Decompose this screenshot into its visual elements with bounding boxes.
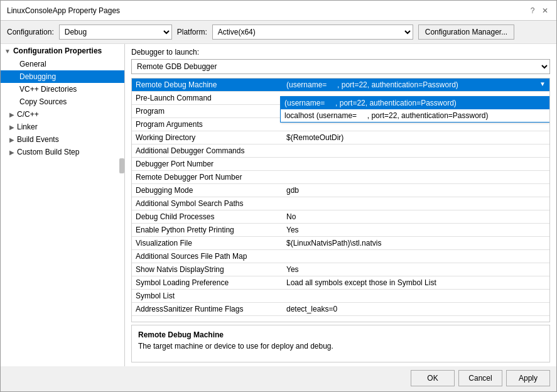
prop-row-python-printing[interactable]: Enable Python Pretty Printing Yes (132, 224, 549, 237)
platform-select[interactable]: Active(x64) (212, 24, 413, 40)
info-panel: Remote Debug Machine The target machine … (131, 325, 550, 362)
prop-name-debugging-mode: Debugging Mode (132, 184, 283, 197)
prop-name-symbol-loading: Symbol Loading Preference (132, 276, 283, 290)
prop-name-symbol-list: Symbol List (132, 290, 283, 303)
sidebar-item-build-events-label: Build Events (17, 135, 59, 144)
prop-row-remote-debug-machine[interactable]: Remote Debug Machine (username= , port=2… (132, 79, 549, 92)
linker-expand-icon: ▶ (9, 124, 14, 131)
prop-row-remote-debugger-port[interactable]: Remote Debugger Port Number (132, 171, 549, 184)
prop-name-pre-launch: Pre-Launch Command (132, 92, 283, 105)
prop-value-symbol-loading: Load all symbols except those in Symbol … (283, 276, 549, 290)
properties-table-rest: Pre-Launch Command Program Program Argum… (132, 92, 549, 316)
bottom-buttons: OK Cancel Apply (1, 366, 556, 391)
dialog-title: LinuxConsoleApp Property Pages (7, 6, 120, 15)
platform-label: Platform: (177, 28, 207, 36)
sidebar-item-cpp-label: C/C++ (17, 110, 39, 119)
prop-row-symbol-search[interactable]: Additional Symbol Search Paths (132, 197, 549, 210)
prop-name-program-args: Program Arguments (132, 118, 283, 131)
main-content: ▼ Configuration Properties General Debug… (1, 44, 556, 366)
sidebar-item-build-events[interactable]: ▶ Build Events (1, 133, 124, 146)
prop-name-address-sanitizer: AddressSanitizer Runtime Flags (132, 303, 283, 316)
prop-value-debug-child: No (283, 210, 549, 224)
prop-row-symbol-loading[interactable]: Symbol Loading Preference Load all symbo… (132, 276, 549, 290)
build-events-expand-icon: ▶ (9, 136, 14, 143)
prop-name-remote-debug-machine: Remote Debug Machine (132, 79, 283, 92)
prop-value-symbol-search (283, 197, 549, 210)
configuration-select[interactable]: Debug (59, 24, 172, 40)
cpp-expand-icon: ▶ (9, 111, 14, 118)
sidebar-header-label: Configuration Properties (13, 46, 102, 55)
sidebar-item-copy-sources[interactable]: Copy Sources (1, 95, 124, 108)
debugger-select[interactable]: Remote GDB Debugger (131, 59, 550, 74)
prop-value-symbol-list (283, 290, 549, 303)
prop-value-working-dir: $(RemoteOutDir) (283, 131, 549, 144)
prop-value-remote-debugger-port (283, 171, 549, 184)
ok-button[interactable]: OK (411, 370, 455, 386)
prop-value-viz-file: $(LinuxNatvisPath)\stl.natvis (283, 237, 549, 250)
debugger-launch-label: Debugger to launch: (125, 44, 556, 59)
main-dialog: LinuxConsoleApp Property Pages ? ✕ Confi… (0, 0, 557, 392)
sidebar-item-linker-label: Linker (17, 122, 38, 131)
apply-button[interactable]: Apply (506, 370, 550, 386)
prop-value-python-printing: Yes (283, 224, 549, 237)
config-manager-button[interactable]: Configuration Manager... (418, 24, 514, 40)
prop-row-natvis-display[interactable]: Show Natvis DisplayString Yes (132, 263, 549, 276)
dropdown-arrow-icon[interactable]: ▼ (539, 80, 546, 87)
info-desc: The target machine or device to use for … (138, 342, 543, 351)
prop-name-sources-map: Additional Sources File Path Map (132, 250, 283, 263)
right-panel: Debugger to launch: Remote GDB Debugger … (125, 44, 556, 366)
prop-name-symbol-search: Additional Symbol Search Paths (132, 197, 283, 210)
sidebar-header: ▼ Configuration Properties (1, 44, 124, 58)
prop-name-debug-child: Debug Child Processes (132, 210, 283, 224)
config-label: Configuration: (7, 28, 54, 36)
prop-value-address-sanitizer: detect_leaks=0 (283, 303, 549, 316)
properties-table: Remote Debug Machine (username= , port=2… (132, 79, 549, 92)
collapse-icon[interactable]: ▼ (4, 48, 11, 55)
prop-name-python-printing: Enable Python Pretty Printing (132, 224, 283, 237)
cancel-button[interactable]: Cancel (458, 370, 502, 386)
sidebar: ▼ Configuration Properties General Debug… (1, 44, 125, 366)
sidebar-item-vc-dirs[interactable]: VC++ Directories (1, 83, 124, 95)
prop-row-debug-child[interactable]: Debug Child Processes No (132, 210, 549, 224)
prop-value-additional-debugger (283, 144, 549, 158)
sidebar-item-linker[interactable]: ▶ Linker (1, 121, 124, 133)
prop-row-address-sanitizer[interactable]: AddressSanitizer Runtime Flags detect_le… (132, 303, 549, 316)
prop-row-debugging-mode[interactable]: Debugging Mode gdb (132, 184, 549, 197)
prop-name-debugger-port: Debugger Port Number (132, 158, 283, 171)
sidebar-scrollbar-thumb[interactable] (119, 158, 124, 173)
prop-row-viz-file[interactable]: Visualization File $(LinuxNatvisPath)\st… (132, 237, 549, 250)
sidebar-item-general[interactable]: General (1, 58, 124, 70)
prop-value-debugging-mode: gdb (283, 184, 549, 197)
prop-value-debugger-port (283, 158, 549, 171)
config-row: Configuration: Debug Platform: Active(x6… (1, 21, 556, 44)
sidebar-item-custom-build-label: Custom Build Step (17, 148, 79, 156)
prop-name-viz-file: Visualization File (132, 237, 283, 250)
info-title: Remote Debug Machine (138, 330, 543, 339)
prop-row-additional-debugger[interactable]: Additional Debugger Commands (132, 144, 549, 158)
help-button[interactable]: ? (527, 6, 538, 16)
dropdown-item-pre-launch[interactable]: (username= , port=22, authentication=Pas… (281, 97, 549, 109)
prop-name-working-dir: Working Directory (132, 131, 283, 144)
dropdown-item-localhost[interactable]: localhost (username= , port=22, authenti… (281, 109, 549, 122)
sidebar-item-custom-build[interactable]: ▶ Custom Build Step (1, 146, 124, 158)
prop-row-working-dir[interactable]: Working Directory $(RemoteOutDir) (132, 131, 549, 144)
prop-name-natvis-display: Show Natvis DisplayString (132, 263, 283, 276)
close-button[interactable]: ✕ (540, 6, 550, 16)
sidebar-item-cpp[interactable]: ▶ C/C++ (1, 108, 124, 121)
prop-row-symbol-list[interactable]: Symbol List (132, 290, 549, 303)
debugger-select-row: Remote GDB Debugger (125, 59, 556, 78)
prop-name-program: Program (132, 105, 283, 118)
prop-name-remote-debugger-port: Remote Debugger Port Number (132, 171, 283, 184)
prop-row-sources-map[interactable]: Additional Sources File Path Map (132, 250, 549, 263)
prop-value-natvis-display: Yes (283, 263, 549, 276)
prop-row-debugger-port[interactable]: Debugger Port Number (132, 158, 549, 171)
prop-name-additional-debugger: Additional Debugger Commands (132, 144, 283, 158)
dropdown-overlay: (username= , port=22, authentication=Pas… (280, 96, 550, 122)
title-bar: LinuxConsoleApp Property Pages ? ✕ (1, 1, 556, 21)
prop-value-sources-map (283, 250, 549, 263)
prop-value-remote-debug-machine: (username= , port=22, authentication=Pas… (283, 79, 549, 92)
title-bar-buttons: ? ✕ (527, 6, 550, 16)
custom-build-expand-icon: ▶ (9, 149, 14, 156)
sidebar-item-debugging[interactable]: Debugging (1, 70, 124, 83)
properties-area: Remote Debug Machine (username= , port=2… (131, 78, 550, 322)
